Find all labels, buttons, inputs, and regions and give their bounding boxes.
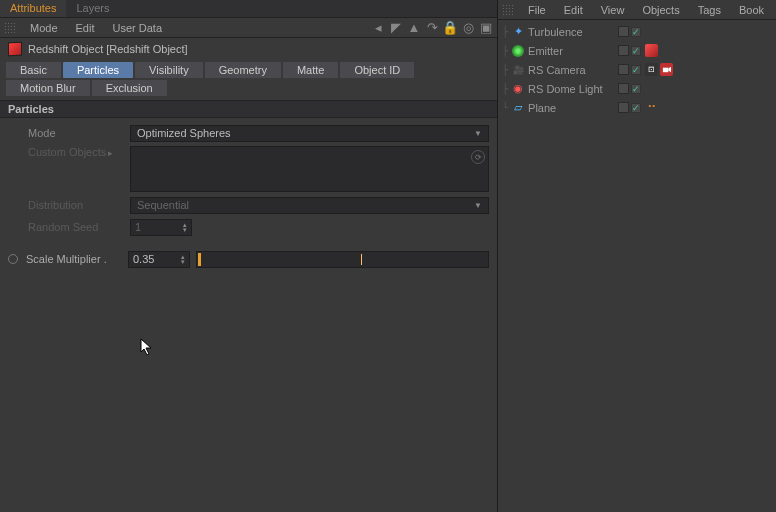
tree-branch-icon: ├ (502, 26, 508, 37)
obj-turbulence[interactable]: Turbulence (528, 26, 583, 38)
ptab-particles[interactable]: Particles (63, 62, 133, 78)
label-mode: Mode (28, 127, 124, 139)
tree-branch-icon: └ (502, 102, 508, 113)
lock-icon[interactable]: 🔒 (443, 21, 457, 35)
scale-multiplier-value: 0.35 (133, 253, 154, 265)
random-seed-value: 1 (135, 221, 141, 233)
menu-file[interactable]: File (520, 2, 554, 18)
om-menubar: File Edit View Objects Tags Book (498, 0, 776, 20)
nav-up-icon[interactable]: ▲ (407, 21, 421, 35)
newwin-icon[interactable]: ▣ (479, 21, 493, 35)
row-scale-multiplier: Scale Multiplier . 0.35 ▴▾ (8, 250, 489, 268)
menu-bookmarks[interactable]: Book (731, 2, 772, 18)
mouse-cursor-icon (140, 338, 154, 360)
menu-tags[interactable]: Tags (690, 2, 729, 18)
ptab-motionblur[interactable]: Motion Blur (6, 80, 90, 96)
viewport-tag-icon[interactable]: ⊡ (645, 63, 658, 76)
layer-dot[interactable] (618, 45, 629, 56)
visibility-toggle[interactable]: ✓ (631, 65, 641, 75)
custom-objects-field[interactable]: ⟳ (130, 146, 489, 192)
grip-icon[interactable] (502, 4, 514, 16)
obj-emitter[interactable]: Emitter (528, 45, 563, 57)
menu-objects[interactable]: Objects (634, 2, 687, 18)
visibility-toggle[interactable]: ✓ (631, 103, 641, 113)
spinner-icon[interactable]: ▴▾ (181, 254, 185, 264)
dropdown-distribution: Sequential ▼ (130, 197, 489, 214)
layer-dot[interactable] (618, 64, 629, 75)
layer-dot[interactable] (618, 83, 629, 94)
scale-multiplier-slider[interactable] (196, 251, 489, 268)
tree-row-emitter[interactable]: ├ Emitter ✓ (498, 41, 776, 60)
object-title: Redshift Object [Redshift Object] (28, 43, 188, 55)
chevron-down-icon: ▼ (474, 201, 482, 210)
slider-knob[interactable] (361, 254, 362, 265)
target-icon[interactable]: ◎ (461, 21, 475, 35)
tree-row-turbulence[interactable]: ├ ✦ Turbulence ✓ (498, 22, 776, 41)
chevron-down-icon: ▼ (474, 129, 482, 138)
tree-row-camera[interactable]: ├ 🎥 RS Camera ✓ ⊡ (498, 60, 776, 79)
layer-dot[interactable] (618, 26, 629, 37)
tab-attributes[interactable]: Attributes (0, 0, 66, 17)
ptab-basic[interactable]: Basic (6, 62, 61, 78)
scale-multiplier-field[interactable]: 0.35 ▴▾ (128, 251, 190, 268)
label-scale-multiplier: Scale Multiplier . (26, 253, 122, 265)
obj-camera[interactable]: RS Camera (528, 64, 585, 76)
visibility-toggle[interactable]: ✓ (631, 84, 641, 94)
menu-userdata[interactable]: User Data (105, 20, 171, 36)
nav-ptr-icon[interactable]: ◤ (389, 21, 403, 35)
tree-branch-icon: ├ (502, 45, 508, 56)
params-area: Mode Optimized Spheres ▼ Custom Objects … (0, 118, 497, 274)
tree-row-plane[interactable]: └ ▱ Plane ✓ ⠒ (498, 98, 776, 117)
tab-layers[interactable]: Layers (66, 0, 119, 17)
row-custom: Custom Objects ⟳ (8, 146, 489, 192)
emitter-icon (511, 44, 525, 58)
label-distribution: Distribution (28, 199, 124, 211)
svg-rect-0 (663, 68, 668, 73)
visibility-toggle[interactable]: ✓ (631, 46, 641, 56)
rs-camera-tag-icon[interactable] (660, 63, 673, 76)
menu-icon-group: ◂ ◤ ▲ ↷ 🔒 ◎ ▣ (371, 21, 493, 35)
menu-edit[interactable]: Edit (68, 20, 103, 36)
ptab-objectid[interactable]: Object ID (340, 62, 414, 78)
tree-row-dome-light[interactable]: ├ ◉ RS Dome Light ✓ (498, 79, 776, 98)
link-slot-icon[interactable]: ⟳ (471, 150, 485, 164)
turbulence-icon: ✦ (511, 25, 525, 39)
obj-dome-light[interactable]: RS Dome Light (528, 83, 603, 95)
material-tag-icon[interactable]: ⠒ (645, 101, 658, 114)
grip-icon[interactable] (4, 22, 16, 34)
ptab-exclusion[interactable]: Exclusion (92, 80, 167, 96)
dropdown-mode-value: Optimized Spheres (137, 127, 231, 139)
keyframe-dot-icon[interactable] (8, 254, 18, 264)
redshift-tag-icon[interactable] (645, 44, 658, 57)
menu-view[interactable]: View (593, 2, 633, 18)
label-random-seed: Random Seed (28, 221, 124, 233)
dome-light-icon: ◉ (511, 82, 525, 96)
tree-branch-icon: ├ (502, 83, 508, 94)
slider-fill (198, 253, 201, 266)
redshift-object-icon (8, 42, 22, 57)
menu-mode[interactable]: Mode (22, 20, 66, 36)
object-manager-panel: File Edit View Objects Tags Book ├ ✦ Tur… (498, 0, 776, 512)
section-particles: Particles (0, 100, 497, 118)
label-custom-objects: Custom Objects (28, 146, 124, 158)
panel-tabs: Attributes Layers (0, 0, 497, 18)
menu-edit[interactable]: Edit (556, 2, 591, 18)
nav-left-icon[interactable]: ◂ (371, 21, 385, 35)
ptab-matte[interactable]: Matte (283, 62, 339, 78)
dropdown-distribution-value: Sequential (137, 199, 189, 211)
row-mode: Mode Optimized Spheres ▼ (8, 124, 489, 142)
row-distribution: Distribution Sequential ▼ (8, 196, 489, 214)
camera-icon: 🎥 (511, 63, 525, 77)
dropdown-mode[interactable]: Optimized Spheres ▼ (130, 125, 489, 142)
param-tabs: Basic Particles Visibility Geometry Matt… (0, 60, 497, 98)
plane-icon: ▱ (511, 101, 525, 115)
attr-menubar: Mode Edit User Data ◂ ◤ ▲ ↷ 🔒 ◎ ▣ (0, 18, 497, 38)
scene-tree: ├ ✦ Turbulence ✓ ├ Emitter ✓ ├ (498, 20, 776, 512)
nav-next-icon[interactable]: ↷ (425, 21, 439, 35)
obj-plane[interactable]: Plane (528, 102, 556, 114)
row-random-seed: Random Seed 1 ▴▾ (8, 218, 489, 236)
ptab-visibility[interactable]: Visibility (135, 62, 203, 78)
ptab-geometry[interactable]: Geometry (205, 62, 281, 78)
layer-dot[interactable] (618, 102, 629, 113)
visibility-toggle[interactable]: ✓ (631, 27, 641, 37)
